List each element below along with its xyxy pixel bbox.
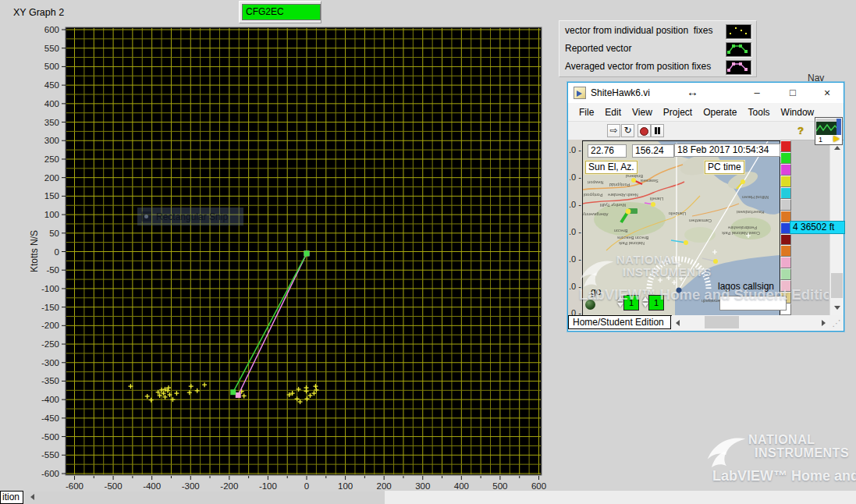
legend-row-averaged-vector[interactable]: Averaged vector from position fixes xyxy=(559,59,756,76)
svg-text:0: 0 xyxy=(304,481,309,491)
callsign-input[interactable] xyxy=(719,296,787,311)
svg-text:200: 200 xyxy=(377,481,392,491)
callsign-label: lagos callsign xyxy=(718,281,774,292)
map-place-label: Pontypool xyxy=(584,193,602,197)
svg-text:-500: -500 xyxy=(105,481,123,491)
sun-elevation-value[interactable]: 22.76 xyxy=(588,144,627,158)
color-swatch-0[interactable] xyxy=(780,140,791,152)
scroll-right-icon[interactable] xyxy=(822,320,826,326)
counter2-value[interactable]: 1 xyxy=(648,295,664,311)
abort-icon xyxy=(640,127,648,136)
legend-swatch-green-line-icon[interactable] xyxy=(726,42,751,57)
svg-text:-400: -400 xyxy=(143,481,161,491)
minimize-button[interactable]: – xyxy=(742,83,772,103)
compass-center-marker xyxy=(677,288,682,293)
menu-operate[interactable]: Operate xyxy=(698,105,742,120)
window-resize-grip[interactable]: ⋰ xyxy=(830,316,843,330)
altitude-readout[interactable]: 4 36502 ft xyxy=(790,221,845,234)
legend-label: Averaged vector from position fixes xyxy=(565,61,711,72)
color-swatch-12[interactable] xyxy=(780,280,791,292)
color-swatch-2[interactable] xyxy=(780,164,791,176)
sun-azimuth-value[interactable]: 156.24 xyxy=(632,144,674,158)
ni-watermark-desktop: NATIONAL INSTRUMENTS LabVIEW™ Home and S… xyxy=(705,428,856,499)
svg-text:250: 250 xyxy=(44,154,59,164)
legend-row-individual-fixes[interactable]: vector from individual position fixes xyxy=(559,23,756,40)
svg-text:50: 50 xyxy=(49,229,59,238)
map-place-label: National Park xyxy=(619,241,645,246)
legend-row-reported-vector[interactable]: Reported vector xyxy=(559,41,756,58)
horizontal-scrollbar-thumb[interactable] xyxy=(705,316,739,328)
color-swatch-9[interactable] xyxy=(780,245,791,257)
vi-window[interactable]: ShiteHawk6.vi ↔ – □ × FileEditViewProjec… xyxy=(567,82,844,332)
bottom-strip-light xyxy=(385,491,856,504)
maximize-button[interactable]: □ xyxy=(778,83,808,103)
help-button[interactable]: ? xyxy=(797,124,811,139)
map-place-label: Coast National Park xyxy=(722,231,760,236)
go-button[interactable] xyxy=(585,300,595,310)
svg-text:400: 400 xyxy=(454,481,469,491)
color-swatch-8[interactable] xyxy=(780,234,791,246)
svg-text:100: 100 xyxy=(44,210,59,219)
map-place-label: Newport xyxy=(588,180,603,185)
xy-graph-plot[interactable]: -600-550-500-450-400-350-300-250-200-150… xyxy=(0,0,554,504)
svg-text:100: 100 xyxy=(338,481,353,491)
map-place-label: Brecon xyxy=(614,229,627,233)
pc-time-value[interactable]: 18 Feb 2017 10:54:34 xyxy=(674,144,780,157)
svg-text:-350: -350 xyxy=(41,376,59,385)
map-place-label: Swansea xyxy=(641,179,659,183)
pause-icon xyxy=(655,127,660,134)
watermark-line2: INSTRUMENTS xyxy=(755,447,849,460)
plot-legend: vector from individual position fixes Re… xyxy=(559,20,757,77)
pause-button[interactable] xyxy=(651,124,664,137)
color-swatch-4[interactable] xyxy=(780,187,791,199)
clipped-axis-label: .0 - xyxy=(569,200,581,209)
map-place-label: Aberdare xyxy=(608,193,626,197)
counter1-value[interactable]: 1 xyxy=(623,295,639,311)
scroll-left-icon[interactable] xyxy=(676,320,680,326)
clipped-axis-label: .0 - xyxy=(569,145,581,154)
color-swatch-1[interactable] xyxy=(780,152,791,164)
svg-text:-100: -100 xyxy=(41,284,59,293)
svg-text:-200: -200 xyxy=(220,481,238,491)
window-titlebar[interactable]: ShiteHawk6.vi ↔ – □ × xyxy=(568,83,844,103)
svg-text:500: 500 xyxy=(492,481,507,491)
menu-view[interactable]: View xyxy=(627,105,658,120)
scroll-left-icon[interactable] xyxy=(27,492,37,503)
svg-text:0: 0 xyxy=(55,247,59,257)
vi-connector-icon[interactable]: 1 xyxy=(815,117,843,145)
counter2-stepper[interactable] xyxy=(641,295,648,309)
color-swatch-5[interactable] xyxy=(780,199,791,211)
vertical-scrollbar-thumb[interactable] xyxy=(831,273,843,298)
svg-text:-600: -600 xyxy=(66,481,83,491)
legend-swatch-yellow-points-icon[interactable] xyxy=(726,24,751,39)
menu-bar: FileEditViewProjectOperateToolsWindow xyxy=(568,103,844,122)
menu-project[interactable]: Project xyxy=(658,105,698,120)
run-button[interactable]: ⇨ xyxy=(607,124,620,137)
menu-edit[interactable]: Edit xyxy=(599,105,627,120)
menu-tools[interactable]: Tools xyxy=(743,105,776,120)
scroll-up-icon[interactable] xyxy=(834,146,840,150)
legend-swatch-magenta-line-icon[interactable] xyxy=(726,60,751,75)
counter1-stepper[interactable] xyxy=(616,295,623,309)
clipped-axis-label: .0 - xyxy=(569,254,581,264)
color-swatch-3[interactable] xyxy=(780,176,791,187)
menu-window[interactable]: Window xyxy=(776,105,820,120)
clipped-edition-tab[interactable]: ition xyxy=(0,491,23,504)
abort-button[interactable] xyxy=(638,124,651,137)
color-swatch-10[interactable] xyxy=(780,257,791,268)
color-swatch-11[interactable] xyxy=(780,268,791,280)
menu-file[interactable]: File xyxy=(574,105,599,120)
close-button[interactable]: × xyxy=(812,83,842,103)
vi-toolbar: ⇨ ↻ ? xyxy=(568,122,844,140)
svg-text:200: 200 xyxy=(44,173,59,183)
clipped-axis-label: .0 - xyxy=(569,227,581,236)
run-continuously-button[interactable]: ↻ xyxy=(621,124,634,137)
edition-tab[interactable]: Home/Student Edition xyxy=(568,315,671,329)
scroll-down-icon[interactable] xyxy=(834,306,840,310)
svg-text:-200: -200 xyxy=(41,321,59,330)
snip-icon xyxy=(141,211,151,222)
legend-label: vector from individual position fixes xyxy=(565,25,712,36)
vi-icon-number: 1 xyxy=(819,136,822,144)
svg-text:Ktotts N/S: Ktotts N/S xyxy=(29,230,40,272)
horizontal-scrollbar[interactable] xyxy=(672,315,829,330)
